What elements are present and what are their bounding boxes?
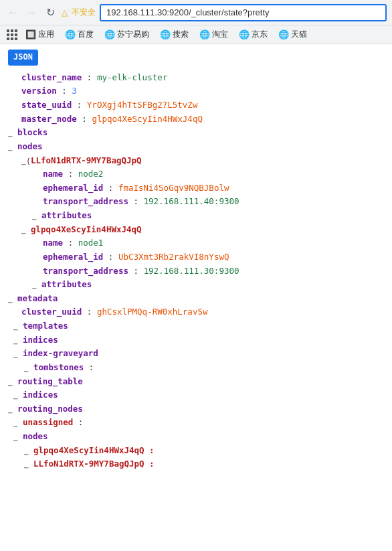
master-node-value: glpqo4XeScyIin4HWxJ4qQ (92, 112, 203, 127)
version-row: version : 3 (8, 84, 384, 98)
node2-key: glpqo4XeScyIin4HWxJ4qQ (31, 223, 142, 237)
node2-attr-key: attributes (41, 278, 92, 292)
rn-node1-row: ⎯ glpqo4XeScyIin4HWxJ4qQ : (8, 444, 384, 458)
apps-icon[interactable] (5, 28, 19, 42)
address-bar[interactable] (100, 4, 387, 21)
routing-table-row: ⎯ routing_table (8, 375, 384, 389)
node1-key-row: ⎯{ LLfoN1dRTX-9MY7BagQJpQ (8, 154, 384, 168)
cluster-name-row: cluster_name : my-elk-cluster (8, 71, 384, 85)
bookmark-taobao[interactable]: 🌐淘宝 (195, 27, 232, 42)
node2-transport-row: transport_address : 192.168.111.30:9300 (8, 264, 384, 279)
node2-transport-key: transport_address (43, 264, 128, 279)
nodes-row: ⎯ nodes (8, 140, 384, 154)
node1-name-key: name (43, 167, 63, 181)
forward-button[interactable]: → (24, 5, 39, 20)
node1-eph-key: ephemeral_id (43, 181, 103, 195)
node2-name-value: node1 (78, 236, 104, 250)
bookmark-jd[interactable]: 🌐京东 (235, 27, 272, 42)
browser-toolbar: ← → ↻ △ 不安全 (0, 0, 392, 25)
lock-icon: △ (62, 8, 68, 17)
routing-table-key: routing_table (17, 375, 83, 389)
node2-attr-toggle[interactable]: ⎯ (32, 279, 41, 291)
cluster-uuid-value: ghCsxlPMQq-RW0xhLravSw (97, 305, 208, 319)
indices-key: indices (23, 333, 58, 347)
svg-rect-5 (15, 33, 17, 36)
svg-rect-7 (11, 37, 13, 40)
indices-toggle[interactable]: ⎯ (13, 335, 23, 347)
bookmark-tianmao[interactable]: 🌐天猫 (274, 27, 311, 42)
refresh-button[interactable]: ↻ (43, 5, 58, 20)
routing-table-indices-row: ⎯ indices (8, 388, 384, 402)
index-graveyard-key: index-graveyard (23, 347, 98, 361)
json-viewer: JSON cluster_name : my-elk-cluster versi… (0, 44, 392, 477)
index-graveyard-row: ⎯ index-graveyard (8, 347, 384, 361)
index-graveyard-toggle[interactable]: ⎯ (13, 348, 23, 360)
node1-transport-key: transport_address (43, 195, 128, 209)
routing-table-toggle[interactable]: ⎯ (8, 376, 17, 388)
tombstones-key: tombstones (33, 361, 84, 375)
unassigned-toggle[interactable]: ⎯ (13, 417, 23, 429)
metadata-key: metadata (17, 292, 58, 306)
node1-eph-value: fmaIsNi4SoGqv9NQBJBolw (118, 181, 229, 195)
metadata-row: ⎯ metadata (8, 292, 384, 306)
rn-node2-toggle[interactable]: ⎯ (24, 459, 33, 471)
node2-attr-row: ⎯ attributes (8, 278, 384, 292)
unassigned-key: unassigned (23, 416, 73, 430)
templates-toggle[interactable]: ⎯ (13, 321, 23, 333)
version-key: version (21, 84, 57, 98)
tombstones-row: ⎯ tombstones : (8, 361, 384, 375)
routing-nodes-key: routing_nodes (17, 402, 83, 416)
metadata-toggle[interactable]: ⎯ (8, 293, 17, 305)
rn-node2-key: LLfoN1dRTX-9MY7BagQJpQ : (33, 457, 155, 471)
node1-attr-toggle[interactable]: ⎯ (32, 210, 41, 222)
rn-nodes-key: nodes (23, 430, 48, 444)
svg-rect-6 (7, 37, 9, 40)
routing-table-indices-toggle[interactable]: ⎯ (13, 390, 23, 402)
bookmark-search[interactable]: 🌐搜索 (156, 27, 193, 42)
svg-rect-0 (7, 29, 9, 32)
back-button[interactable]: ← (5, 5, 20, 20)
lock-label: 不安全 (72, 7, 96, 18)
rn-node1-key: glpqo4XeScyIin4HWxJ4qQ : (33, 444, 155, 458)
node1-key: LLfoN1dRTX-9MY7BagQJpQ (31, 154, 142, 168)
rn-node1-toggle[interactable]: ⎯ (24, 445, 33, 457)
svg-rect-8 (15, 37, 17, 40)
node1-toggle[interactable]: ⎯{ (21, 155, 31, 167)
svg-rect-3 (7, 33, 9, 36)
cluster-name-key: cluster_name (21, 71, 82, 85)
node2-key-row: ⎯ glpqo4XeScyIin4HWxJ4qQ (8, 223, 384, 237)
rn-nodes-toggle[interactable]: ⎯ (13, 431, 23, 443)
routing-nodes-toggle[interactable]: ⎯ (8, 404, 17, 416)
templates-row: ⎯ templates (8, 319, 384, 333)
bookmark-suning[interactable]: 🌐苏宁易购 (100, 27, 153, 42)
node2-eph-value: UbC3Xmt3Rb2rakVI8nYswQ (118, 250, 229, 264)
node1-eph-row: ephemeral_id : fmaIsNi4SoGqv9NQBJBolw (8, 181, 384, 195)
node2-toggle[interactable]: ⎯ (21, 224, 31, 236)
nodes-toggle[interactable]: ⎯ (8, 141, 17, 153)
version-value: 3 (72, 84, 77, 98)
node2-name-key: name (43, 236, 63, 250)
bookmark-apps[interactable]: 🔲应用 (21, 27, 58, 42)
routing-nodes-row: ⎯ routing_nodes (8, 402, 384, 416)
node2-transport-value: 192.168.111.30:9300 (144, 264, 239, 279)
node1-transport-value: 192.168.111.40:9300 (144, 195, 239, 209)
node1-name-row: name : node2 (8, 167, 384, 181)
blocks-toggle[interactable]: ⎯ (8, 127, 17, 139)
tombstones-toggle[interactable]: ⎯ (24, 362, 33, 374)
bookmark-baidu[interactable]: 🌐百度 (61, 27, 98, 42)
svg-rect-4 (11, 33, 13, 36)
node1-attr-row: ⎯ attributes (8, 209, 384, 223)
nodes-key: nodes (17, 140, 43, 154)
cluster-name-value: my-elk-cluster (97, 71, 167, 85)
templates-key: templates (23, 319, 68, 333)
node2-name-row: name : node1 (8, 236, 384, 250)
unassigned-row: ⎯ unassigned : (8, 416, 384, 430)
node1-name-value: node2 (78, 167, 104, 181)
svg-rect-1 (11, 29, 13, 32)
master-node-row: master_node : glpqo4XeScyIin4HWxJ4qQ (8, 112, 384, 127)
rn-node2-row: ⎯ LLfoN1dRTX-9MY7BagQJpQ : (8, 457, 384, 471)
node1-transport-row: transport_address : 192.168.111.40:9300 (8, 195, 384, 209)
state-uuid-key: state_uuid (21, 98, 72, 112)
json-toggle-button[interactable]: JSON (8, 50, 38, 66)
routing-table-indices-key: indices (23, 388, 58, 402)
